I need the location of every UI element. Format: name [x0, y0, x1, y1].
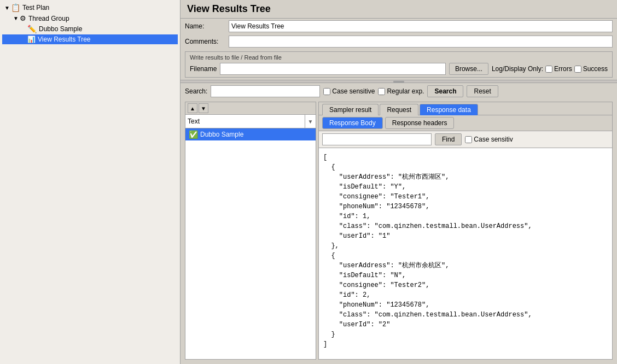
name-label: Name: — [185, 22, 229, 30]
result-success-icon: ✅ — [189, 130, 198, 139]
text-format-select[interactable]: Text RegExp Tester CSS/JQuery Tester XPa… — [185, 115, 305, 128]
dubbo-sample-icon: ✏️ — [27, 25, 37, 33]
case-sensitive-text: Case sensitive — [332, 87, 375, 95]
case-sensitive-checkbox[interactable] — [323, 88, 330, 95]
panel-header: View Results Tree — [181, 0, 617, 19]
select-arrow-icon: ▼ — [305, 115, 316, 128]
regular-exp-checkbox[interactable] — [378, 88, 385, 95]
comments-row: Comments: — [181, 34, 617, 49]
tab-sampler-result[interactable]: Sampler result — [322, 104, 379, 115]
reset-button[interactable]: Reset — [467, 85, 498, 97]
success-checkbox-label[interactable]: Success — [574, 65, 608, 73]
errors-checkbox-label[interactable]: Errors — [545, 65, 572, 73]
sub-tab-row: Response Body Response headers — [319, 115, 612, 131]
detail-panel: Sampler result Request Response data Res… — [318, 102, 613, 360]
result-item-dubbo-sample[interactable]: ✅ Dubbo Sample — [185, 128, 316, 140]
find-case-sensitive-text: Case sensitiv — [474, 136, 513, 143]
response-body-content: [ { "userAddress": "杭州市西湖区", "isDefault"… — [319, 148, 612, 359]
tree-item-label: Dubbo Sample — [39, 25, 82, 33]
search-input[interactable] — [211, 85, 320, 97]
find-case-sensitive-label[interactable]: Case sensitiv — [465, 136, 513, 143]
toolbar-down-btn[interactable]: ▼ — [199, 103, 208, 113]
browse-button[interactable]: Browse... — [449, 63, 488, 75]
tree-area: ▼ 📋 Test Plan ▼ ⚙ Thread Group ▶ ✏️ Dubb… — [0, 0, 180, 364]
search-row: Search: Case sensitive Regular exp. Sear… — [181, 83, 617, 99]
success-checkbox[interactable] — [574, 66, 581, 73]
text-selector-row: Text RegExp Tester CSS/JQuery Tester XPa… — [185, 115, 316, 128]
tree-arrow: ▼ — [4, 5, 10, 11]
tree-item-label: Test Plan — [22, 4, 49, 11]
result-item-label: Dubbo Sample — [200, 131, 243, 138]
thread-group-icon: ⚙ — [20, 14, 26, 22]
find-case-sensitive-checkbox[interactable] — [465, 136, 472, 143]
tree-item-label: Thread Group — [28, 15, 69, 22]
success-label: Success — [583, 65, 608, 73]
log-display: Log/Display Only: Errors Success — [492, 65, 608, 73]
file-section-title: Write results to file / Read from file — [190, 54, 608, 61]
right-panel: View Results Tree Name: Comments: Write … — [181, 0, 617, 364]
tree-item-label: View Results Tree — [38, 36, 91, 43]
test-plan-icon: 📋 — [11, 3, 20, 12]
sub-tab-response-headers[interactable]: Response headers — [385, 117, 455, 129]
view-results-icon: 📊 — [27, 36, 36, 43]
left-tree-panel: ▼ 📋 Test Plan ▼ ⚙ Thread Group ▶ ✏️ Dubb… — [0, 0, 181, 364]
regular-exp-text: Regular exp. — [387, 87, 424, 95]
search-button[interactable]: Search — [427, 85, 463, 97]
name-input[interactable] — [229, 20, 613, 32]
file-section: Write results to file / Read from file F… — [185, 51, 613, 78]
tab-request[interactable]: Request — [380, 104, 418, 115]
find-button[interactable]: Find — [435, 133, 462, 145]
errors-checkbox[interactable] — [545, 66, 552, 73]
filename-label: Filename — [190, 65, 217, 73]
file-row: Filename Browse... Log/Display Only: Err… — [190, 63, 608, 75]
regular-exp-label[interactable]: Regular exp. — [378, 87, 424, 95]
main-content: ▲ ▼ Text RegExp Tester CSS/JQuery Tester… — [181, 99, 617, 364]
find-input[interactable] — [322, 133, 432, 145]
name-row: Name: — [181, 19, 617, 34]
results-toolbar: ▲ ▼ — [185, 102, 316, 115]
tree-item-thread-group[interactable]: ▼ ⚙ Thread Group — [2, 13, 178, 24]
search-label: Search: — [185, 87, 207, 95]
panel-title: View Results Tree — [187, 3, 610, 15]
divider-handle — [393, 81, 404, 83]
results-list: ✅ Dubbo Sample — [185, 128, 316, 359]
find-row: Find Case sensitiv — [319, 131, 612, 148]
toolbar-up-btn[interactable]: ▲ — [188, 103, 197, 113]
tree-item-dubbo-sample[interactable]: ▶ ✏️ Dubbo Sample — [2, 24, 178, 34]
filename-input[interactable] — [220, 63, 446, 75]
tab-response-data[interactable]: Response data — [420, 104, 478, 115]
errors-label: Errors — [554, 65, 572, 73]
tree-item-view-results-tree[interactable]: ▶ 📊 View Results Tree — [2, 34, 178, 44]
tree-item-test-plan[interactable]: ▼ 📋 Test Plan — [2, 2, 178, 13]
results-panel: ▲ ▼ Text RegExp Tester CSS/JQuery Tester… — [185, 102, 316, 360]
comments-label: Comments: — [185, 38, 229, 45]
tab-row: Sampler result Request Response data — [319, 102, 612, 115]
comments-input[interactable] — [229, 36, 613, 48]
tree-arrow: ▼ — [13, 15, 19, 21]
log-display-label: Log/Display Only: — [492, 65, 543, 73]
case-sensitive-label[interactable]: Case sensitive — [323, 87, 375, 95]
sub-tab-response-body[interactable]: Response Body — [322, 117, 383, 129]
